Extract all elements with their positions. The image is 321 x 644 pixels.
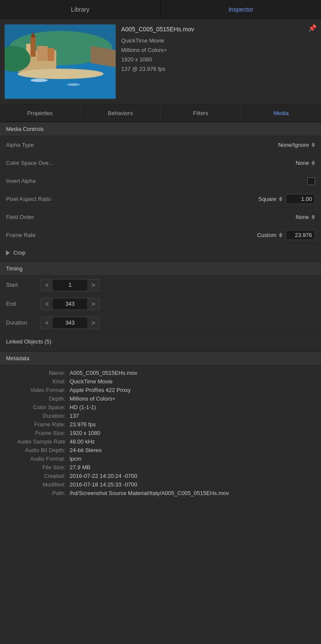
- duration-decrement-button[interactable]: <: [41, 317, 53, 329]
- metadata-value: 48.00 kHz: [70, 438, 315, 445]
- end-decrement-button[interactable]: <: [41, 298, 53, 310]
- metadata-key: Color Space:: [6, 404, 70, 410]
- svg-rect-7: [31, 37, 36, 57]
- pixel-aspect-input[interactable]: 1.00: [286, 194, 315, 204]
- file-details: A005_C005_0515EHs.mov QuickTime Movie Mi…: [121, 24, 303, 74]
- metadata-row: Kind:QuickTime Movie: [6, 378, 315, 385]
- metadata-key: Video Format:: [6, 387, 70, 393]
- thumbnail: [4, 24, 116, 99]
- frame-rate-arrows: [279, 233, 282, 237]
- alpha-type-dropdown[interactable]: None/Ignore: [278, 142, 315, 148]
- crop-row[interactable]: Crop: [0, 244, 321, 261]
- metadata-header: Metadata: [0, 351, 321, 365]
- metadata-row: Audio Sample Rate48.00 kHz: [6, 438, 315, 445]
- metadata-key: Frame Rate:: [6, 421, 70, 428]
- svg-point-9: [18, 69, 104, 79]
- tab-behaviors[interactable]: Behaviors: [80, 105, 161, 122]
- invert-alpha-checkbox[interactable]: [307, 177, 315, 185]
- metadata-value: QuickTime Movie: [70, 378, 315, 385]
- metadata-key: Audio Bit Depth:: [6, 447, 70, 453]
- duration-value: 343: [53, 319, 87, 326]
- svg-point-11: [67, 83, 80, 86]
- tab-library[interactable]: Library: [0, 0, 161, 18]
- linked-objects-row: Linked Objects (5): [0, 332, 321, 351]
- metadata-value: 2016-07-18 14:25:33 -0700: [70, 481, 315, 488]
- metadata-key: Audio Format:: [6, 456, 70, 462]
- timing-header: Timing: [0, 261, 321, 276]
- crop-label: Crop: [13, 249, 25, 256]
- metadata-row: Frame Size:1920 x 1080: [6, 430, 315, 436]
- tab-properties[interactable]: Properties: [0, 105, 80, 122]
- metadata-row: Video Format:Apple ProRes 422 Proxy: [6, 387, 315, 393]
- metadata-key: Duration:: [6, 413, 70, 419]
- end-value: 343: [53, 301, 87, 307]
- invert-alpha-row: Invert Alpha: [0, 172, 321, 190]
- metadata-row: Audio Bit Depth:24-bit Stereo: [6, 447, 315, 453]
- frame-rate-label: Frame Rate: [6, 232, 79, 238]
- pin-icon: 📌: [308, 24, 317, 32]
- tab-media[interactable]: Media: [241, 105, 321, 122]
- end-label: End: [6, 301, 40, 307]
- metadata-key: Frame Size:: [6, 430, 70, 436]
- metadata-content: Name:A005_C005_0515EHs.movKind:QuickTime…: [0, 365, 321, 507]
- frame-rate-row: Frame Rate Custom 23.976: [0, 226, 321, 244]
- alpha-type-row: Alpha Type None/Ignore: [0, 136, 321, 154]
- file-meta: QuickTime Movie Millions of Colors+ 1920…: [121, 36, 303, 74]
- svg-rect-6: [48, 48, 54, 61]
- file-info: A005_C005_0515EHs.mov QuickTime Movie Mi…: [0, 19, 321, 104]
- metadata-key: Created:: [6, 473, 70, 479]
- end-stepper: < 343 >: [40, 298, 100, 310]
- start-increment-button[interactable]: >: [87, 279, 99, 291]
- metadata-value: A005_C005_0515EHs.mov: [70, 370, 315, 376]
- metadata-row: Path:/hd/Screenshot Source Material/Ital…: [6, 490, 315, 496]
- start-decrement-button[interactable]: <: [41, 279, 53, 291]
- metadata-row: Audio Format:lpcm: [6, 456, 315, 462]
- sub-tabs: Properties Behaviors Filters Media: [0, 105, 321, 122]
- svg-point-10: [31, 79, 48, 82]
- pixel-aspect-label: Pixel Aspect Ratio: [6, 196, 79, 202]
- metadata-key: Depth:: [6, 395, 70, 402]
- metadata-key: Modified:: [6, 481, 70, 488]
- frame-rate-input[interactable]: 23.976: [286, 230, 315, 240]
- color-space-dropdown[interactable]: None: [296, 160, 315, 166]
- metadata-row: File Size:27.9 MB: [6, 464, 315, 471]
- metadata-value: 1920 x 1080: [70, 430, 315, 436]
- frame-rate-dropdown[interactable]: Custom: [257, 232, 282, 238]
- metadata-value: /hd/Screenshot Source Material/Italy/A00…: [70, 490, 315, 496]
- metadata-value: 27.9 MB: [70, 464, 315, 471]
- color-space-arrows: [312, 161, 315, 165]
- field-order-dropdown[interactable]: None: [296, 214, 315, 220]
- metadata-key: Kind:: [6, 378, 70, 385]
- metadata-row: Name:A005_C005_0515EHs.mov: [6, 370, 315, 376]
- tab-inspector[interactable]: Inspector: [161, 0, 321, 18]
- metadata-key: Path:: [6, 490, 70, 496]
- metadata-value: HD (1-1-1): [70, 404, 315, 410]
- end-increment-button[interactable]: >: [87, 298, 99, 310]
- tab-filters[interactable]: Filters: [161, 105, 241, 122]
- pixel-aspect-dropdown[interactable]: Square: [258, 196, 282, 202]
- start-row: Start < 1 >: [0, 276, 321, 295]
- metadata-value: 24-bit Stereo: [70, 447, 315, 453]
- metadata-row: Duration:137: [6, 413, 315, 419]
- frame-rate-value: Custom 23.976: [79, 230, 315, 240]
- header-tabs: Library Inspector: [0, 0, 321, 19]
- field-order-value: None: [79, 214, 315, 220]
- file-name: A005_C005_0515EHs.mov: [121, 26, 303, 33]
- alpha-type-value: None/Ignore: [79, 142, 315, 148]
- metadata-row: Modified:2016-07-18 14:25:33 -0700: [6, 481, 315, 488]
- metadata-row: Created:2016-07-22 14:20:24 -0700: [6, 473, 315, 479]
- metadata-key: Audio Sample Rate: [6, 438, 70, 445]
- start-stepper: < 1 >: [40, 279, 100, 291]
- duration-row: Duration < 343 >: [0, 313, 321, 332]
- metadata-value: 137: [70, 413, 315, 419]
- invert-alpha-label: Invert Alpha: [6, 178, 79, 184]
- end-row: End < 343 >: [0, 295, 321, 313]
- color-space-label: Color Space Ove...: [6, 160, 79, 166]
- metadata-row: Frame Rate:23.976 fps: [6, 421, 315, 428]
- duration-label: Duration: [6, 319, 40, 326]
- start-value: 1: [53, 282, 87, 288]
- alpha-type-label: Alpha Type: [6, 142, 79, 148]
- duration-increment-button[interactable]: >: [87, 317, 99, 329]
- pixel-aspect-row: Pixel Aspect Ratio Square 1.00: [0, 190, 321, 208]
- color-space-row: Color Space Ove... None: [0, 154, 321, 172]
